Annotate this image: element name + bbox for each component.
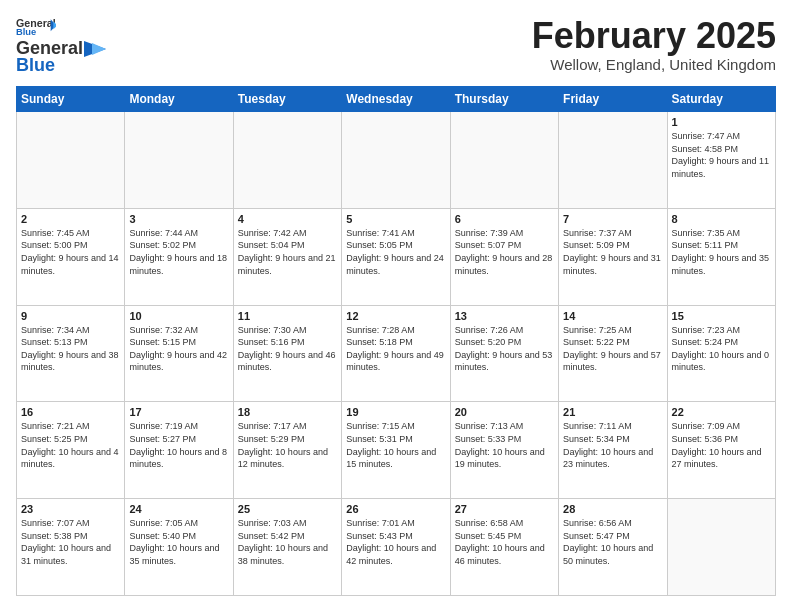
day-number: 5 — [346, 213, 445, 225]
day-number: 8 — [672, 213, 771, 225]
calendar-cell: 22Sunrise: 7:09 AM Sunset: 5:36 PM Dayli… — [667, 402, 775, 499]
day-number: 25 — [238, 503, 337, 515]
calendar-subtitle: Wellow, England, United Kingdom — [532, 56, 776, 73]
calendar-cell: 11Sunrise: 7:30 AM Sunset: 5:16 PM Dayli… — [233, 305, 341, 402]
calendar-cell: 13Sunrise: 7:26 AM Sunset: 5:20 PM Dayli… — [450, 305, 558, 402]
calendar-cell: 4Sunrise: 7:42 AM Sunset: 5:04 PM Daylig… — [233, 208, 341, 305]
day-number: 11 — [238, 310, 337, 322]
day-info: Sunrise: 7:35 AM Sunset: 5:11 PM Dayligh… — [672, 227, 771, 277]
calendar-cell — [342, 112, 450, 209]
logo: General Blue General Blue — [16, 16, 107, 76]
calendar-cell: 16Sunrise: 7:21 AM Sunset: 5:25 PM Dayli… — [17, 402, 125, 499]
day-info: Sunrise: 7:03 AM Sunset: 5:42 PM Dayligh… — [238, 517, 337, 567]
day-number: 7 — [563, 213, 662, 225]
day-info: Sunrise: 7:11 AM Sunset: 5:34 PM Dayligh… — [563, 420, 662, 470]
weekday-header-row: SundayMondayTuesdayWednesdayThursdayFrid… — [17, 87, 776, 112]
calendar-cell: 8Sunrise: 7:35 AM Sunset: 5:11 PM Daylig… — [667, 208, 775, 305]
day-info: Sunrise: 7:17 AM Sunset: 5:29 PM Dayligh… — [238, 420, 337, 470]
calendar-cell — [125, 112, 233, 209]
day-info: Sunrise: 7:42 AM Sunset: 5:04 PM Dayligh… — [238, 227, 337, 277]
calendar-cell: 21Sunrise: 7:11 AM Sunset: 5:34 PM Dayli… — [559, 402, 667, 499]
calendar-cell: 17Sunrise: 7:19 AM Sunset: 5:27 PM Dayli… — [125, 402, 233, 499]
calendar-cell: 7Sunrise: 7:37 AM Sunset: 5:09 PM Daylig… — [559, 208, 667, 305]
day-info: Sunrise: 7:26 AM Sunset: 5:20 PM Dayligh… — [455, 324, 554, 374]
day-info: Sunrise: 7:30 AM Sunset: 5:16 PM Dayligh… — [238, 324, 337, 374]
calendar-cell: 26Sunrise: 7:01 AM Sunset: 5:43 PM Dayli… — [342, 499, 450, 596]
logo-icon: General Blue — [16, 16, 56, 36]
day-number: 3 — [129, 213, 228, 225]
day-number: 21 — [563, 406, 662, 418]
calendar-cell: 24Sunrise: 7:05 AM Sunset: 5:40 PM Dayli… — [125, 499, 233, 596]
weekday-header-friday: Friday — [559, 87, 667, 112]
header: General Blue General Blue February 2025 … — [16, 16, 776, 76]
day-number: 22 — [672, 406, 771, 418]
day-number: 24 — [129, 503, 228, 515]
day-info: Sunrise: 7:45 AM Sunset: 5:00 PM Dayligh… — [21, 227, 120, 277]
day-number: 15 — [672, 310, 771, 322]
calendar-cell: 15Sunrise: 7:23 AM Sunset: 5:24 PM Dayli… — [667, 305, 775, 402]
calendar-cell: 23Sunrise: 7:07 AM Sunset: 5:38 PM Dayli… — [17, 499, 125, 596]
day-info: Sunrise: 7:28 AM Sunset: 5:18 PM Dayligh… — [346, 324, 445, 374]
day-number: 18 — [238, 406, 337, 418]
calendar-cell: 6Sunrise: 7:39 AM Sunset: 5:07 PM Daylig… — [450, 208, 558, 305]
calendar-cell — [233, 112, 341, 209]
calendar-cell: 12Sunrise: 7:28 AM Sunset: 5:18 PM Dayli… — [342, 305, 450, 402]
day-info: Sunrise: 7:25 AM Sunset: 5:22 PM Dayligh… — [563, 324, 662, 374]
day-info: Sunrise: 6:56 AM Sunset: 5:47 PM Dayligh… — [563, 517, 662, 567]
calendar-cell: 18Sunrise: 7:17 AM Sunset: 5:29 PM Dayli… — [233, 402, 341, 499]
calendar-cell: 28Sunrise: 6:56 AM Sunset: 5:47 PM Dayli… — [559, 499, 667, 596]
day-info: Sunrise: 7:19 AM Sunset: 5:27 PM Dayligh… — [129, 420, 228, 470]
day-info: Sunrise: 7:39 AM Sunset: 5:07 PM Dayligh… — [455, 227, 554, 277]
day-info: Sunrise: 7:23 AM Sunset: 5:24 PM Dayligh… — [672, 324, 771, 374]
day-number: 17 — [129, 406, 228, 418]
calendar-cell: 2Sunrise: 7:45 AM Sunset: 5:00 PM Daylig… — [17, 208, 125, 305]
calendar-table: SundayMondayTuesdayWednesdayThursdayFrid… — [16, 86, 776, 596]
day-number: 27 — [455, 503, 554, 515]
page: General Blue General Blue February 2025 … — [0, 0, 792, 612]
day-number: 26 — [346, 503, 445, 515]
day-info: Sunrise: 7:09 AM Sunset: 5:36 PM Dayligh… — [672, 420, 771, 470]
day-number: 16 — [21, 406, 120, 418]
day-info: Sunrise: 7:01 AM Sunset: 5:43 PM Dayligh… — [346, 517, 445, 567]
weekday-header-tuesday: Tuesday — [233, 87, 341, 112]
calendar-cell: 5Sunrise: 7:41 AM Sunset: 5:05 PM Daylig… — [342, 208, 450, 305]
day-number: 12 — [346, 310, 445, 322]
calendar-cell — [559, 112, 667, 209]
week-row-5: 23Sunrise: 7:07 AM Sunset: 5:38 PM Dayli… — [17, 499, 776, 596]
day-info: Sunrise: 7:37 AM Sunset: 5:09 PM Dayligh… — [563, 227, 662, 277]
weekday-header-thursday: Thursday — [450, 87, 558, 112]
day-info: Sunrise: 7:15 AM Sunset: 5:31 PM Dayligh… — [346, 420, 445, 470]
calendar-title: February 2025 — [532, 16, 776, 56]
day-number: 19 — [346, 406, 445, 418]
day-info: Sunrise: 7:05 AM Sunset: 5:40 PM Dayligh… — [129, 517, 228, 567]
calendar-cell: 20Sunrise: 7:13 AM Sunset: 5:33 PM Dayli… — [450, 402, 558, 499]
week-row-4: 16Sunrise: 7:21 AM Sunset: 5:25 PM Dayli… — [17, 402, 776, 499]
week-row-1: 1Sunrise: 7:47 AM Sunset: 4:58 PM Daylig… — [17, 112, 776, 209]
day-number: 28 — [563, 503, 662, 515]
day-info: Sunrise: 6:58 AM Sunset: 5:45 PM Dayligh… — [455, 517, 554, 567]
day-info: Sunrise: 7:34 AM Sunset: 5:13 PM Dayligh… — [21, 324, 120, 374]
calendar-cell — [667, 499, 775, 596]
day-info: Sunrise: 7:47 AM Sunset: 4:58 PM Dayligh… — [672, 130, 771, 180]
weekday-header-sunday: Sunday — [17, 87, 125, 112]
calendar-cell: 27Sunrise: 6:58 AM Sunset: 5:45 PM Dayli… — [450, 499, 558, 596]
day-info: Sunrise: 7:21 AM Sunset: 5:25 PM Dayligh… — [21, 420, 120, 470]
weekday-header-monday: Monday — [125, 87, 233, 112]
calendar-cell: 1Sunrise: 7:47 AM Sunset: 4:58 PM Daylig… — [667, 112, 775, 209]
day-number: 14 — [563, 310, 662, 322]
day-number: 20 — [455, 406, 554, 418]
logo-blue: Blue — [16, 55, 55, 76]
week-row-3: 9Sunrise: 7:34 AM Sunset: 5:13 PM Daylig… — [17, 305, 776, 402]
day-number: 1 — [672, 116, 771, 128]
day-info: Sunrise: 7:41 AM Sunset: 5:05 PM Dayligh… — [346, 227, 445, 277]
calendar-cell — [450, 112, 558, 209]
day-info: Sunrise: 7:32 AM Sunset: 5:15 PM Dayligh… — [129, 324, 228, 374]
title-block: February 2025 Wellow, England, United Ki… — [532, 16, 776, 73]
calendar-cell: 19Sunrise: 7:15 AM Sunset: 5:31 PM Dayli… — [342, 402, 450, 499]
day-number: 4 — [238, 213, 337, 225]
calendar-cell: 25Sunrise: 7:03 AM Sunset: 5:42 PM Dayli… — [233, 499, 341, 596]
day-info: Sunrise: 7:13 AM Sunset: 5:33 PM Dayligh… — [455, 420, 554, 470]
day-number: 23 — [21, 503, 120, 515]
svg-marker-5 — [92, 43, 106, 55]
day-number: 2 — [21, 213, 120, 225]
